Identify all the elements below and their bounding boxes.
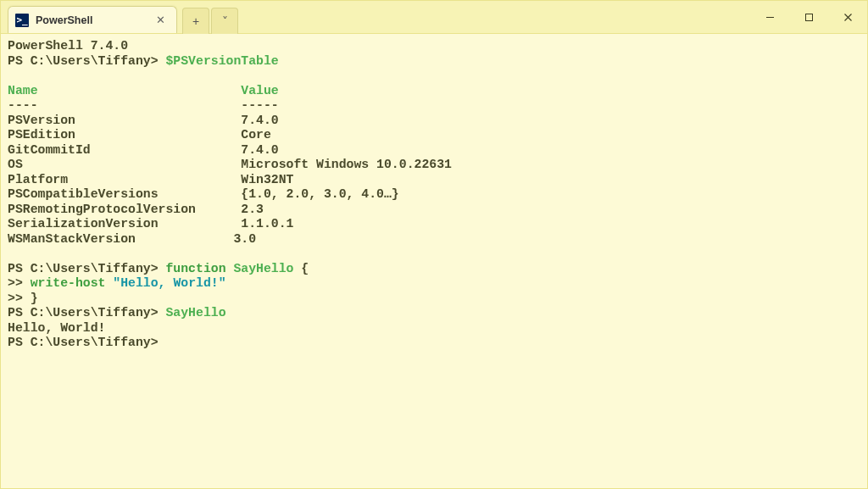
row-name: PSRemotingProtocolVersion [8,203,196,216]
powershell-window: >_ PowerShell ✕ + ˅ PowerShell 7.4.0 PS … [0,0,868,489]
title-bar: >_ PowerShell ✕ + ˅ [1,1,867,34]
row-value: 3.0 [233,232,256,246]
row-name: WSManStackVersion [8,232,136,246]
tab-powershell[interactable]: >_ PowerShell ✕ [8,6,177,33]
row-value: Win32NT [241,173,293,186]
col-dash: ---- [8,98,38,112]
row-name: PSCompatibleVersions [8,187,159,201]
string-literal: "Hello, World!" [113,276,225,290]
powershell-icon: >_ [15,14,29,27]
tab-close-button[interactable]: ✕ [153,13,168,28]
prompt: PS C:\Users\Tiffany> [8,54,159,68]
row-value: 2.3 [241,203,264,216]
close-icon [843,13,853,22]
terminal-body[interactable]: PowerShell 7.4.0 PS C:\Users\Tiffany> $P… [1,34,867,488]
func-name: SayHello [233,262,293,275]
cmdlet: write-host [31,276,106,290]
row-name: Platform [8,173,68,186]
svg-rect-1 [805,14,812,20]
tab-dropdown-button[interactable]: ˅ [211,8,238,34]
output-line: Hello, World! [8,321,105,335]
tab-row: >_ PowerShell ✕ + ˅ [1,1,240,33]
col-name: Name [8,84,38,97]
maximize-icon [804,13,814,22]
row-value: 1.1.0.1 [241,217,293,231]
row-name: SerializationVersion [8,217,159,231]
console-output: PowerShell 7.4.0 PS C:\Users\Tiffany> $P… [8,39,860,351]
row-value: Core [241,128,271,142]
call: SayHello [165,306,225,320]
row-value: {1.0, 2.0, 3.0, 4.0…} [241,187,398,201]
version-line: PowerShell 7.4.0 [8,39,128,53]
row-name: OS [8,158,23,171]
col-dash2: ----- [241,98,278,112]
maximize-button[interactable] [789,4,828,30]
row-name: PSEdition [8,128,75,142]
new-tab-button[interactable]: + [182,8,209,34]
kw-function: function [165,262,225,275]
tab-actions: + ˅ [182,3,240,36]
col-value: Value [241,84,278,97]
prompt: PS C:\Users\Tiffany> [8,262,159,275]
window-controls [750,1,867,33]
minimize-button[interactable] [750,4,789,30]
prompt: PS C:\Users\Tiffany> [8,306,159,320]
brace-close: } [31,292,38,305]
row-value: 7.4.0 [241,143,278,157]
tab-title: PowerShell [36,14,153,26]
cont-prompt: >> [8,276,23,290]
row-value: Microsoft Windows 10.0.22631 [241,158,452,171]
row-name: GitCommitId [8,143,91,157]
brace-open: { [301,262,309,275]
command: $PSVersionTable [165,54,278,68]
close-window-button[interactable] [828,4,867,30]
cont-prompt: >> [8,292,23,305]
minimize-icon [765,13,775,22]
row-value: 7.4.0 [241,114,278,127]
prompt: PS C:\Users\Tiffany> [8,336,159,349]
row-name: PSVersion [8,114,75,127]
